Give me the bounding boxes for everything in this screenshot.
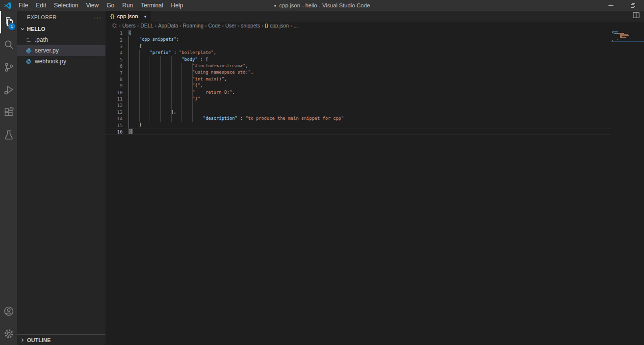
breadcrumb-item-appdata[interactable]: AppData bbox=[158, 23, 178, 28]
explorer-icon[interactable]: 1 bbox=[0, 11, 17, 33]
explorer-badge: 1 bbox=[8, 23, 15, 30]
code-editor[interactable]: 1{2 "cpp snippets":3 {4 "prefix" : "boil… bbox=[105, 29, 644, 345]
extensions-icon[interactable] bbox=[0, 101, 17, 124]
file-item--path[interactable]: .path bbox=[17, 34, 105, 45]
python-file-icon bbox=[25, 47, 32, 54]
breadcrumb-separator: › bbox=[205, 23, 207, 28]
menu-edit[interactable]: Edit bbox=[32, 0, 50, 11]
line-number: 9 bbox=[105, 83, 129, 88]
file-item-webhook-py[interactable]: webhook.py bbox=[17, 56, 105, 67]
line-number: 12 bbox=[105, 103, 129, 108]
code-line-10: 10 " return 0;", bbox=[105, 89, 611, 96]
breadcrumb-separator: › bbox=[155, 23, 157, 28]
menu-go[interactable]: Go bbox=[103, 0, 118, 11]
breadcrumb-item-cppjson[interactable]: {}cpp.json bbox=[265, 23, 289, 28]
minimap[interactable] bbox=[611, 29, 644, 345]
chevron-right-icon bbox=[19, 337, 26, 344]
code-line-2: 2 "cpp snippets": bbox=[105, 36, 611, 43]
json-file-icon: {} bbox=[110, 14, 114, 19]
tab-label: cpp.json bbox=[117, 13, 138, 19]
menu-bar: FileEditSelectionViewGoRunTerminalHelp bbox=[15, 0, 187, 11]
line-number: 13 bbox=[105, 109, 129, 115]
title-dirty-indicator: ● bbox=[274, 3, 276, 8]
file-list: .pathserver.pywebhook.py bbox=[17, 34, 105, 67]
run-and-debug-icon[interactable] bbox=[0, 79, 17, 101]
breadcrumb-separator: › bbox=[180, 23, 181, 28]
code-line-14: 14 "description" : "to produce the main … bbox=[105, 115, 611, 122]
menu-view[interactable]: View bbox=[82, 0, 103, 11]
code-line-8: 8 "int main()", bbox=[105, 76, 611, 82]
activity-bar-spacer bbox=[0, 146, 17, 300]
breadcrumb-item-users[interactable]: Users bbox=[122, 23, 135, 28]
testing-icon[interactable] bbox=[0, 124, 17, 146]
line-number: 3 bbox=[105, 44, 129, 49]
menu-help[interactable]: Help bbox=[167, 0, 187, 11]
file-label: server.py bbox=[35, 47, 59, 54]
code-line-3: 3 { bbox=[105, 43, 611, 50]
restore-button[interactable] bbox=[622, 0, 644, 11]
code-line-1: 1{ bbox=[105, 30, 611, 36]
window-title-text: cpp.json - hello - Visual Studio Code bbox=[279, 2, 370, 8]
outline-section-label: OUTLINE bbox=[27, 337, 51, 343]
breadcrumb-separator: › bbox=[237, 23, 239, 28]
tab-bar: {} cpp.json ● bbox=[105, 11, 644, 22]
breadcrumb-separator: › bbox=[137, 23, 139, 28]
line-number: 4 bbox=[105, 50, 129, 55]
breadcrumb-separator: › bbox=[261, 23, 263, 28]
menu-run[interactable]: Run bbox=[118, 0, 137, 11]
code-line-13: 13 ], bbox=[105, 109, 611, 115]
breadcrumb-item-dell[interactable]: DELL bbox=[140, 23, 153, 28]
code-line-6: 6 "#include<iostream>", bbox=[105, 63, 611, 69]
code-line-4: 4 "prefix" : "boilerplate", bbox=[105, 50, 611, 56]
vscode-logo-icon bbox=[0, 2, 15, 9]
menu-file[interactable]: File bbox=[15, 0, 32, 11]
line-number: 5 bbox=[105, 57, 129, 62]
window-controls bbox=[600, 0, 644, 11]
breadcrumb-item-c[interactable]: C: bbox=[112, 23, 118, 28]
list-file-icon bbox=[25, 36, 32, 43]
menu-terminal[interactable]: Terminal bbox=[137, 0, 167, 11]
code-line-11: 11 "}" bbox=[105, 96, 611, 102]
line-number: 16 bbox=[105, 129, 129, 134]
folder-section-hello[interactable]: HELLO bbox=[17, 24, 105, 34]
breadcrumb-separator: › bbox=[290, 23, 292, 28]
text-cursor bbox=[131, 129, 132, 134]
accounts-icon[interactable] bbox=[0, 300, 17, 322]
line-number: 7 bbox=[105, 70, 129, 76]
line-number: 2 bbox=[105, 37, 129, 43]
minimap-current-line bbox=[611, 41, 644, 42]
minimize-button[interactable] bbox=[600, 0, 622, 11]
outline-section[interactable]: OUTLINE bbox=[17, 334, 105, 345]
title-bar: FileEditSelectionViewGoRunTerminalHelp ●… bbox=[0, 0, 644, 11]
activity-bar: 1 bbox=[0, 11, 17, 345]
file-item-server-py[interactable]: server.py bbox=[17, 45, 105, 56]
breadcrumb-item-[interactable]: ... bbox=[294, 23, 298, 28]
menu-selection[interactable]: Selection bbox=[50, 0, 82, 11]
breadcrumb-item-code[interactable]: Code bbox=[208, 23, 220, 28]
code-line-15: 15 } bbox=[105, 122, 611, 128]
search-icon[interactable] bbox=[0, 33, 17, 56]
breadcrumb-separator: › bbox=[222, 23, 224, 28]
breadcrumb-item-snippets[interactable]: snippets bbox=[241, 23, 260, 28]
code-line-16: 16} bbox=[105, 129, 611, 135]
window-title: ● cpp.json - hello - Visual Studio Code bbox=[274, 0, 370, 11]
code-line-12: 12 bbox=[105, 102, 611, 108]
chevron-down-icon bbox=[19, 26, 26, 32]
source-control-icon[interactable] bbox=[0, 56, 17, 79]
python-file-icon bbox=[25, 58, 32, 65]
tab-cpp-json[interactable]: {} cpp.json ● bbox=[105, 11, 151, 22]
line-number: 8 bbox=[105, 77, 129, 82]
settings-gear-icon[interactable] bbox=[0, 322, 17, 345]
breadcrumb-item-user[interactable]: User bbox=[225, 23, 236, 28]
breadcrumb-separator: › bbox=[119, 23, 121, 28]
folder-section-label: HELLO bbox=[27, 26, 45, 32]
code-line-5: 5 "body" : [ bbox=[105, 56, 611, 63]
file-label: .path bbox=[35, 36, 48, 43]
line-number: 6 bbox=[105, 63, 129, 69]
split-editor-icon[interactable] bbox=[632, 11, 640, 21]
tab-dirty-indicator[interactable]: ● bbox=[141, 14, 147, 19]
breadcrumb-item-roaming[interactable]: Roaming bbox=[183, 23, 204, 28]
line-number: 1 bbox=[105, 30, 129, 36]
explorer-more-actions-button[interactable]: ··· bbox=[94, 14, 102, 21]
line-number: 15 bbox=[105, 123, 129, 128]
